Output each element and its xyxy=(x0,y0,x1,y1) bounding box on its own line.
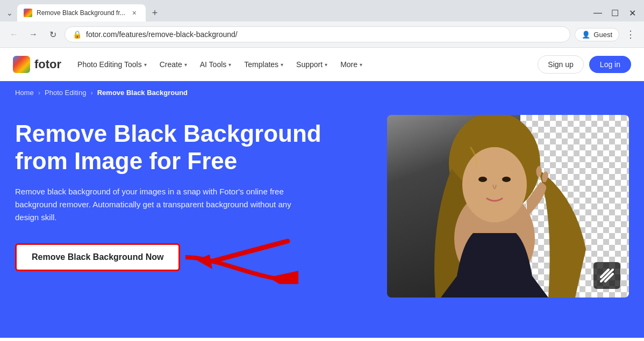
window-controls: — ☐ ✕ xyxy=(590,5,640,20)
person-illustration xyxy=(387,115,629,298)
nav-support[interactable]: Support ▾ xyxy=(291,57,333,72)
logo-icon xyxy=(13,56,30,73)
lock-icon: 🔒 xyxy=(73,30,82,39)
url-bar[interactable]: 🔒 fotor.com/features/remove-black-backgr… xyxy=(65,26,570,42)
svg-point-7 xyxy=(478,177,487,182)
svg-point-6 xyxy=(462,147,527,222)
hero-image xyxy=(387,115,629,298)
nav-label-create: Create xyxy=(160,60,182,69)
nav-templates[interactable]: Templates ▾ xyxy=(239,57,289,72)
tab-bar: ⌄ Remove Black Background fr... × + — ☐ … xyxy=(0,0,644,21)
arrow-container xyxy=(180,230,298,284)
minimize-button[interactable]: — xyxy=(590,5,605,20)
new-tab-button[interactable]: + xyxy=(148,5,162,21)
nav-items: Photo Editing Tools ▾ Create ▾ AI Tools … xyxy=(72,57,527,72)
back-button[interactable]: ← xyxy=(6,27,22,42)
svg-line-2 xyxy=(207,241,288,263)
breadcrumb-separator: › xyxy=(90,89,92,97)
arrow-icon xyxy=(180,230,298,284)
tab-list-button[interactable]: ⌄ xyxy=(4,6,15,19)
site-navigation: fotor Photo Editing Tools ▾ Create ▾ AI … xyxy=(0,48,644,81)
svg-marker-3 xyxy=(196,255,212,269)
website: fotor Photo Editing Tools ▾ Create ▾ AI … xyxy=(0,48,644,338)
maximize-button[interactable]: ☐ xyxy=(607,5,622,20)
nav-label-more: More xyxy=(340,60,357,69)
chevron-down-icon: ▾ xyxy=(360,62,362,68)
reload-button[interactable]: ↻ xyxy=(45,27,60,42)
url-text: fotor.com/features/remove-black-backgrou… xyxy=(86,30,562,39)
nav-label-support: Support xyxy=(296,60,323,69)
nav-photo-editing-tools[interactable]: Photo Editing Tools ▾ xyxy=(72,57,152,72)
sign-up-button[interactable]: Sign up xyxy=(538,55,583,74)
nav-label-ai-tools: AI Tools xyxy=(200,60,227,69)
watermark-icon xyxy=(598,266,616,285)
chevron-down-icon: ▾ xyxy=(144,62,147,68)
nav-actions: Sign up Log in xyxy=(538,55,631,74)
nav-label-photo-editing: Photo Editing Tools xyxy=(77,60,142,69)
browser-chrome: ⌄ Remove Black Background fr... × + — ☐ … xyxy=(0,0,644,48)
svg-point-8 xyxy=(502,177,511,182)
chevron-down-icon: ▾ xyxy=(325,62,327,68)
tab-close-button[interactable]: × xyxy=(130,8,139,18)
chevron-down-icon: ▾ xyxy=(228,62,231,68)
hero-cta-container: Remove Black Background Now xyxy=(15,243,180,271)
cta-button[interactable]: Remove Black Background Now xyxy=(15,243,180,271)
hero-description: Remove black background of your images i… xyxy=(15,185,295,224)
tab-favicon xyxy=(24,9,32,17)
breadcrumb: Home › Photo Editing › Remove Black Back… xyxy=(0,81,644,104)
browser-menu-button[interactable]: ⋮ xyxy=(624,26,638,42)
breadcrumb-current-page: Remove Black Background xyxy=(97,89,188,97)
hero-content: Remove Black Background from Image for F… xyxy=(15,115,366,271)
login-button[interactable]: Log in xyxy=(589,56,631,73)
nav-more[interactable]: More ▾ xyxy=(335,57,368,72)
address-bar: ← → ↻ 🔒 fotor.com/features/remove-black-… xyxy=(0,21,644,47)
profile-label: Guest xyxy=(593,31,612,39)
close-button[interactable]: ✕ xyxy=(625,5,640,20)
profile-icon: 👤 xyxy=(582,31,590,39)
watermark-badge xyxy=(593,262,620,289)
logo-text: fotor xyxy=(34,57,61,71)
breadcrumb-separator: › xyxy=(38,89,40,97)
forward-button[interactable]: → xyxy=(26,27,41,42)
nav-ai-tools[interactable]: AI Tools ▾ xyxy=(195,57,237,72)
hero-title: Remove Black Background from Image for F… xyxy=(15,120,366,175)
chevron-down-icon: ▾ xyxy=(184,62,187,68)
hero-section: Remove Black Background from Image for F… xyxy=(0,104,644,319)
nav-create[interactable]: Create ▾ xyxy=(154,57,192,72)
nav-label-templates: Templates xyxy=(244,60,278,69)
breadcrumb-photo-editing[interactable]: Photo Editing xyxy=(45,89,86,97)
tab-title: Remove Black Background fr... xyxy=(37,9,125,17)
logo[interactable]: fotor xyxy=(13,56,61,73)
profile-button[interactable]: 👤 Guest xyxy=(575,28,619,41)
chevron-down-icon: ▾ xyxy=(281,62,283,68)
breadcrumb-home[interactable]: Home xyxy=(15,89,34,97)
active-tab[interactable]: Remove Black Background fr... × xyxy=(17,4,146,21)
